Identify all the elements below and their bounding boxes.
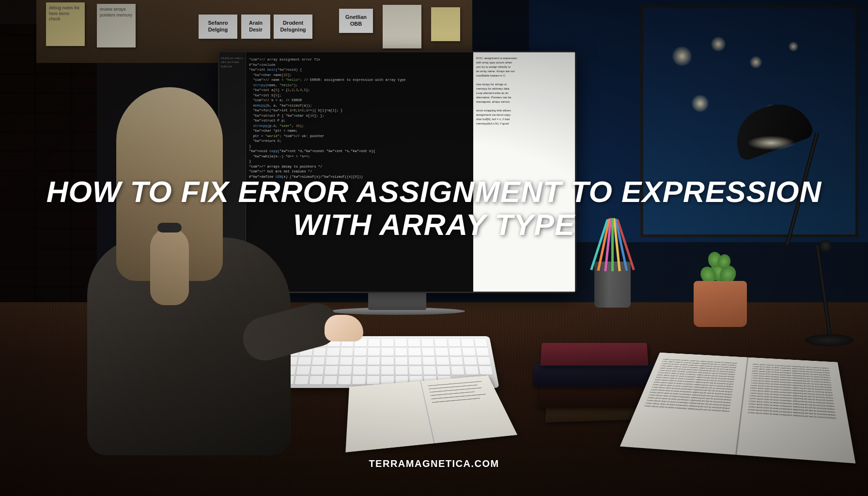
keyboard-key <box>353 366 366 374</box>
keyboard-key <box>408 348 421 356</box>
corkboard-label: Drodent Delsgning <box>274 15 312 39</box>
keyboard-key <box>324 376 337 385</box>
code-line: "com">// array assignment error fix <box>249 57 470 62</box>
monitor-stand <box>368 291 426 310</box>
keyboard-key <box>339 366 352 374</box>
keyboard-key <box>464 357 477 365</box>
keyboard-key <box>421 339 434 347</box>
city-light-icon <box>711 37 726 51</box>
keyboard-key <box>395 339 407 347</box>
keyboard-key <box>313 348 326 356</box>
city-light-icon <box>789 42 798 51</box>
keyboard-key <box>461 339 474 347</box>
keyboard-key <box>395 357 408 365</box>
sticky-note: debug notes list here items check <box>46 2 85 46</box>
keyboard-key <box>435 348 449 356</box>
keyboard-key <box>381 348 393 356</box>
keyboard-key <box>474 339 487 347</box>
corkboard-label: Arain Desir <box>241 15 270 39</box>
city-light-icon <box>672 46 692 66</box>
doc-line <box>476 104 572 108</box>
doc-line: char buf[N]; buf = x; // bad <box>476 117 572 121</box>
lamp-light-glow <box>747 136 795 150</box>
doc-line <box>476 78 572 81</box>
keyboard-key <box>422 348 434 356</box>
keyboard-key <box>338 376 352 385</box>
keyboard-key <box>368 339 380 347</box>
open-reference-book: Lorem ipsum dolor sit amet consectetur a… <box>620 353 856 464</box>
keyboard-key <box>367 366 380 374</box>
keyboard-key <box>340 357 353 365</box>
keyboard-key <box>310 366 324 374</box>
keyboard-key <box>341 348 353 356</box>
book <box>540 343 648 366</box>
book-page-text: Lorem ipsum dolor sit amet consectetur a… <box>739 357 849 428</box>
documentation-panel: DOC: assignment to expressionwith array … <box>473 52 575 292</box>
keyboard-key <box>395 366 408 374</box>
doc-line: struct wrapping trick allows <box>476 108 572 112</box>
keyboard-key <box>423 366 436 374</box>
keyboard-key <box>368 348 380 356</box>
keyboard-key <box>408 339 420 347</box>
doc-line: with array type occurs when <box>476 61 572 64</box>
keyboard-key <box>422 357 435 365</box>
doc-line: Loop element-wise as an <box>476 91 572 94</box>
keyboard-key <box>434 339 447 347</box>
book <box>533 364 656 387</box>
keyboard-key <box>354 348 367 356</box>
keyboard-key <box>298 357 311 365</box>
city-light-icon <box>692 95 709 112</box>
doc-line: assignment via struct copy. <box>476 113 572 116</box>
keyboard-key <box>382 339 394 347</box>
keyboard-key <box>436 357 449 365</box>
keyboard-key <box>381 366 394 374</box>
keyboard-key <box>448 339 461 347</box>
sticky-note: review arrays pointers memory <box>97 4 136 47</box>
sticky-note <box>383 5 421 48</box>
keyboard-key <box>327 348 340 356</box>
keyboard-key <box>409 366 422 374</box>
doc-line: modifiable lvalues in C. <box>476 74 572 77</box>
keyboard-key <box>367 376 380 385</box>
keyboard-key <box>367 357 380 365</box>
keyboard-key <box>450 357 464 365</box>
keyboard-key <box>479 366 493 374</box>
keyboard-key <box>309 376 323 385</box>
keyboard-key <box>451 366 465 374</box>
site-watermark: TERRAMAGNETICA.COM <box>369 458 499 469</box>
keyboard-key <box>354 357 366 365</box>
keyboard-key <box>476 348 489 356</box>
scene-illustration: debug notes list here items check review… <box>0 0 868 496</box>
keyboard-key <box>449 348 462 356</box>
keyboard-key <box>462 348 475 356</box>
keyboard-key <box>465 366 479 374</box>
keyboard-key <box>295 376 309 385</box>
keyboard-key <box>395 348 407 356</box>
keyboard-key <box>326 357 339 365</box>
keyboard-key <box>296 366 310 374</box>
keyboard-key <box>477 357 491 365</box>
sticky-note <box>431 7 460 41</box>
corkboard-label: Gnetlian OBB <box>339 9 373 33</box>
person-from-behind <box>87 87 291 426</box>
code-line: "kw">char name[32]; <box>249 73 470 78</box>
keyboard-key <box>312 357 326 365</box>
doc-line: memcpy for arbitrary data. <box>476 87 572 90</box>
doc-line: memcpy(buf,x,N); // good <box>476 122 572 125</box>
keyboard-key <box>352 376 365 385</box>
lamp-base <box>805 334 853 346</box>
code-line: "com">// name = "hello"; // ERROR: assig… <box>249 78 470 83</box>
lamp-joint <box>820 240 832 252</box>
keyboard-key <box>409 357 421 365</box>
keyboard-key <box>381 357 394 365</box>
doc-line: alternative. Pointers can be <box>476 95 572 99</box>
doc-line: an array name. Arrays are not <box>476 69 572 73</box>
keyboard-key <box>437 366 450 374</box>
doc-line: you try to assign directly to <box>476 65 572 68</box>
code-line: "kw">int main("kw">void) { <box>249 67 470 73</box>
code-line: #"kw">include <box>249 62 470 68</box>
article-headline: HOW TO FIX ERROR ASSIGNMENT TO EXPRESSIO… <box>44 175 825 241</box>
keyboard-key <box>325 366 338 374</box>
corkboard-label: Sefanro Delging <box>199 15 237 39</box>
plant-pot <box>694 281 747 327</box>
